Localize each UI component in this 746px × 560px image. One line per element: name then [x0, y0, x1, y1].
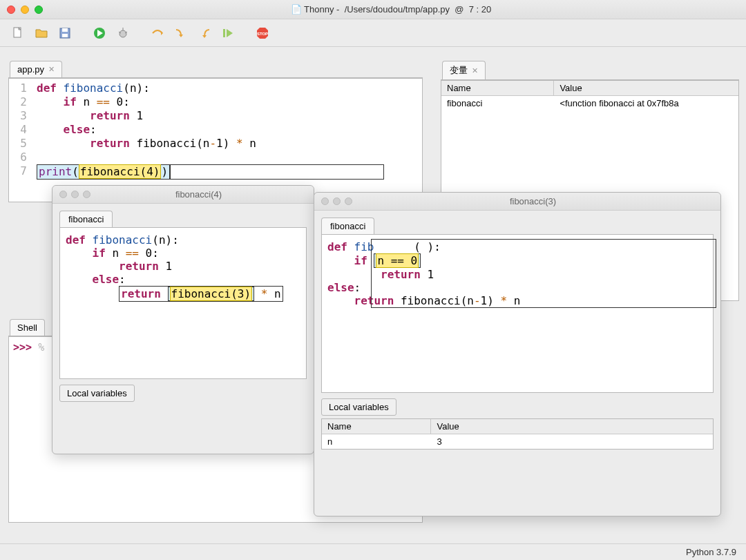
locals-header: Name Value — [322, 419, 713, 434]
svg-marker-11 — [161, 31, 163, 35]
current-statement-box: return fibonacci(3) * n — [119, 286, 283, 302]
minimize-window-button[interactable] — [21, 6, 29, 14]
close-icon[interactable] — [59, 191, 67, 198]
debug-tabs: fibonacci — [59, 211, 307, 227]
maximize-icon[interactable] — [345, 197, 352, 205]
svg-rect-14 — [223, 29, 225, 37]
python-version-label[interactable]: Python 3.7.9 — [686, 547, 736, 557]
shell-input: % — [38, 341, 44, 354]
save-button[interactable] — [55, 23, 75, 43]
current-expression-highlight: print(fibonacci(4)) — [37, 164, 170, 180]
toolbar: STOP — [0, 19, 746, 47]
tab-shell[interactable]: Shell — [10, 319, 45, 336]
window-titlebar: 📄 Thonny - /Users/doudou/tmp/app.py @ 7 … — [0, 0, 746, 19]
col-value-header[interactable]: Value — [554, 81, 738, 95]
svg-marker-15 — [227, 29, 233, 37]
svg-rect-4 — [62, 34, 68, 37]
tab-label: Shell — [17, 322, 37, 333]
debug-window-fibonacci-4[interactable]: fibonacci(4) fibonacci def fibonacci(n):… — [52, 185, 314, 454]
local-var-value: 3 — [431, 434, 713, 449]
close-window-button[interactable] — [7, 6, 15, 14]
close-tab-icon[interactable]: ✕ — [48, 65, 55, 74]
local-variables-button[interactable]: Local variables — [321, 398, 396, 416]
col-name-header[interactable]: Name — [322, 419, 431, 434]
locals-table: Name Value n 3 — [321, 418, 714, 450]
new-file-button[interactable] — [8, 23, 28, 43]
debug-tab-fibonacci[interactable]: fibonacci — [321, 218, 374, 234]
local-var-name: n — [322, 434, 431, 449]
debug-code-view[interactable]: def fib ( ): if n == 0 return 1 else: re… — [321, 234, 714, 393]
shell-prompt: >>> — [13, 341, 32, 354]
debug-window-title: fibonacci(3) — [352, 196, 714, 206]
debug-window-fibonacci-3[interactable]: fibonacci(3) fibonacci def fib ( ): if n… — [314, 192, 721, 516]
svg-point-7 — [119, 30, 126, 37]
debug-tab-fibonacci[interactable]: fibonacci — [59, 211, 113, 227]
workspace: app.py ✕ 1 2 3 4 5 6 7 def fibonacci(n):… — [0, 47, 746, 543]
step-into-button[interactable] — [171, 23, 191, 43]
debug-window-controls — [59, 191, 90, 198]
var-name: fibonacci — [441, 96, 554, 110]
debug-content: fibonacci def fib ( ): if n == 0 return … — [314, 211, 720, 456]
debug-window-controls — [321, 197, 352, 205]
debug-titlebar[interactable]: fibonacci(4) — [52, 186, 314, 204]
svg-rect-3 — [62, 28, 68, 32]
debug-titlebar[interactable]: fibonacci(3) — [314, 193, 720, 211]
maximize-window-button[interactable] — [35, 6, 43, 14]
current-condition-highlight: n == 0 — [374, 253, 421, 268]
statusbar: Python 3.7.9 — [0, 543, 746, 560]
variables-tabs: 变量 ✕ — [441, 58, 739, 80]
open-file-button[interactable] — [32, 23, 51, 43]
step-over-button[interactable] — [148, 23, 167, 43]
svg-text:STOP: STOP — [257, 32, 268, 36]
debug-tabs: fibonacci — [321, 218, 714, 234]
resume-button[interactable] — [218, 23, 238, 43]
col-name-header[interactable]: Name — [441, 81, 554, 95]
window-title: 📄 Thonny - /Users/doudou/tmp/app.py @ 7 … — [43, 4, 739, 15]
stop-button[interactable]: STOP — [253, 23, 272, 43]
minimize-icon[interactable] — [333, 197, 341, 205]
run-button[interactable] — [90, 23, 109, 43]
col-value-header[interactable]: Value — [431, 419, 713, 434]
debug-window-title: fibonacci(4) — [90, 189, 307, 200]
svg-marker-13 — [202, 35, 207, 38]
current-call-highlight: fibonacci(3) — [168, 287, 255, 301]
maximize-icon[interactable] — [83, 191, 90, 198]
doc-icon: 📄 — [291, 4, 302, 15]
local-variables-button[interactable]: Local variables — [59, 385, 135, 402]
step-out-button[interactable] — [195, 23, 214, 43]
line-gutter: 1 2 3 4 5 6 7 — [9, 79, 32, 202]
tab-app-py[interactable]: app.py ✕ — [10, 61, 62, 77]
tab-label: app.py — [17, 64, 44, 75]
close-tab-icon[interactable]: ✕ — [472, 66, 478, 75]
code-area[interactable]: def fibonacci(n): if n == 0: return 1 el… — [32, 79, 388, 202]
debug-code-view[interactable]: def fibonacci(n): if n == 0: return 1 el… — [59, 227, 307, 379]
window-controls — [7, 6, 43, 14]
close-icon[interactable] — [321, 197, 329, 205]
variable-row[interactable]: fibonacci <function fibonacci at 0x7fb8a — [441, 96, 738, 110]
code-editor[interactable]: 1 2 3 4 5 6 7 def fibonacci(n): if n == … — [8, 78, 423, 202]
minimize-icon[interactable] — [71, 191, 79, 198]
local-var-row[interactable]: n 3 — [322, 434, 713, 449]
svg-marker-12 — [179, 35, 183, 37]
tab-variables[interactable]: 变量 ✕ — [442, 61, 486, 79]
debug-button[interactable] — [113, 23, 133, 43]
tab-label: 变量 — [450, 64, 468, 77]
variables-header: Name Value — [441, 81, 738, 96]
debug-content: fibonacci def fibonacci(n): if n == 0: r… — [52, 204, 314, 409]
var-value: <function fibonacci at 0x7fb8a — [554, 96, 738, 110]
editor-tabs: app.py ✕ — [8, 58, 423, 78]
